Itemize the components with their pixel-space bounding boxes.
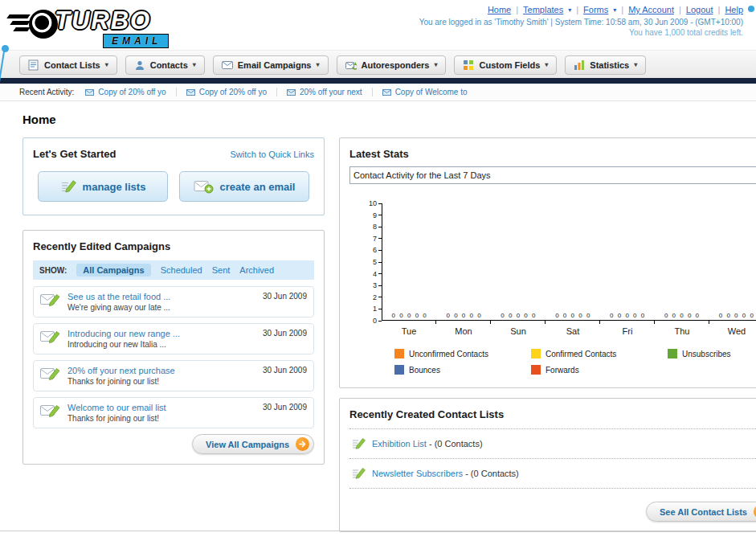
- chart-y-tick-label: 6: [373, 246, 382, 254]
- recent-activity-link[interactable]: 20% off your next: [300, 88, 362, 96]
- link-separator: |: [679, 5, 681, 14]
- legend-swatch: [668, 349, 677, 358]
- campaign-list: See us at the retail food ...We're givin…: [33, 286, 314, 428]
- switch-quick-links-link[interactable]: Switch to Quick Links: [230, 150, 314, 159]
- link-separator: |: [718, 5, 721, 14]
- manage-lists-button[interactable]: manage lists: [38, 171, 168, 202]
- pencil-list-icon: [351, 436, 366, 451]
- campaign-title-link[interactable]: 20% off your next purchase: [67, 366, 175, 375]
- chart-y-tick-label: 7: [373, 235, 382, 243]
- legend-swatch: [394, 365, 404, 375]
- campaign-title-link[interactable]: See us at the retail food ...: [67, 292, 170, 301]
- envelope-icon: [382, 89, 391, 96]
- footer-divider: [0, 531, 756, 531]
- campaign-title-link[interactable]: Introducing our new range ...: [67, 329, 180, 338]
- top-link-forms[interactable]: Forms: [583, 5, 608, 14]
- campaign-row[interactable]: Introducing our new range ...Introducing…: [33, 323, 314, 354]
- campaign-subtitle: We're giving away our late ...: [67, 303, 170, 312]
- recent-activity-item: Copy of Welcome to: [381, 88, 477, 96]
- nav-autoresponders-button[interactable]: Autoresponders▾: [337, 55, 447, 75]
- chart-value-labels: 0 0 0 0 0: [437, 312, 492, 319]
- grid-icon: [463, 59, 474, 71]
- campaign-date: 30 Jun 2009: [263, 292, 307, 301]
- contact-list-link[interactable]: Newsletter Subscribers: [372, 469, 463, 478]
- chart-zeros-row: 0 0 0 0 00 0 0 0 00 0 0 0 00 0 0 0 00 0 …: [382, 312, 756, 319]
- header-right: Home| Templates▾| Forms▾| My Account| Lo…: [419, 5, 743, 37]
- chart-y-tick-label: 10: [369, 199, 382, 207]
- chart-x-tick: [546, 321, 600, 324]
- login-info: You are logged in as 'Timothy Smith' | S…: [419, 18, 743, 27]
- main-nav: Contact Lists▾ Contacts▾ Email Campaigns…: [0, 50, 756, 78]
- recent-activity-link[interactable]: Copy of 20% off yo: [199, 88, 267, 96]
- chart-x-tick: [709, 321, 756, 324]
- legend-swatch: [531, 349, 541, 358]
- legend-item: Unconfirmed Contacts: [394, 349, 531, 358]
- chart-y-tick-label: 5: [373, 258, 382, 266]
- campaign-subtitle: Thanks for joining our list!: [67, 414, 166, 423]
- logo-speedline: [10, 21, 31, 25]
- view-all-campaigns-button[interactable]: View All Campaigns: [192, 434, 314, 454]
- logo-text: TURBO: [55, 6, 151, 35]
- nav-contacts-button[interactable]: Contacts▾: [125, 55, 205, 75]
- nav-contact-lists-button[interactable]: Contact Lists▾: [19, 55, 117, 75]
- tab-scheduled[interactable]: Scheduled: [161, 265, 202, 275]
- nav-statistics-button[interactable]: Statistics▾: [565, 55, 646, 75]
- campaign-row[interactable]: Welcome to our email listThanks for join…: [33, 397, 314, 428]
- stats-range-select[interactable]: Contact Activity for the Last 7 Days: [349, 166, 756, 184]
- recent-activity-item: Copy of 20% off yo: [185, 88, 277, 96]
- arrow-right-icon: [296, 437, 309, 451]
- contact-list-link[interactable]: Exhibition List: [372, 439, 427, 449]
- campaign-row[interactable]: 20% off your next purchaseThanks for joi…: [33, 360, 314, 391]
- chart-y-tick-label: 8: [373, 223, 382, 231]
- campaign-row[interactable]: See us at the retail food ...We're givin…: [33, 286, 314, 318]
- chart-x-tick: [655, 321, 709, 324]
- legend-item: Confirmed Contacts: [531, 349, 668, 358]
- create-email-button[interactable]: create an email: [179, 171, 309, 202]
- contact-list-icon: [28, 59, 39, 71]
- contact-list-row[interactable]: Exhibition List - (0 Contacts): [349, 429, 756, 459]
- nav-label: Autoresponders: [362, 60, 430, 70]
- chart-x-ticks: [382, 321, 756, 324]
- legend-item: Unsubscribes: [668, 349, 756, 358]
- envelope-plus-icon: [194, 179, 214, 194]
- chart-value-labels: 0 0 0 0 0: [382, 312, 437, 319]
- bar-chart-icon: [574, 59, 585, 71]
- view-all-campaigns-label: View All Campaigns: [206, 440, 289, 449]
- main-content: Home Let's Get Started Switch to Quick L…: [0, 101, 756, 532]
- chart-category-label: Sat: [546, 326, 600, 336]
- chevron-down-icon: ▾: [434, 61, 437, 68]
- envelope-icon: [287, 89, 296, 96]
- top-link-my-account[interactable]: My Account: [628, 5, 674, 14]
- recent-activity-link[interactable]: Copy of 20% off yo: [98, 88, 166, 96]
- chevron-down-icon: ▾: [316, 61, 319, 68]
- nav-email-campaigns-button[interactable]: Email Campaigns▾: [213, 55, 329, 75]
- contact-activity-chart: 012345678910 0 0 0 0 00 0 0 0 00 0 0 0 0…: [349, 203, 756, 336]
- chevron-down-icon: ▾: [193, 61, 196, 68]
- top-link-logout[interactable]: Logout: [686, 5, 713, 14]
- tab-sent[interactable]: Sent: [212, 265, 231, 275]
- see-all-contact-lists-button[interactable]: See All Contact Lists: [646, 502, 756, 522]
- legend-label: Confirmed Contacts: [546, 350, 616, 358]
- recent-activity-item: 20% off your next: [285, 88, 373, 96]
- chart-category-label: Thu: [655, 326, 709, 336]
- campaign-title-link[interactable]: Welcome to our email list: [67, 403, 166, 412]
- chart-value-labels: 0 0 0 0 0: [600, 312, 655, 319]
- recent-contact-lists-panel: Recently Created Contact Lists Exhibitio…: [339, 398, 756, 532]
- pencil-list-icon: [351, 466, 366, 481]
- logo-speedline: [6, 14, 31, 18]
- tab-all-campaigns[interactable]: All Campaigns: [76, 264, 150, 277]
- get-started-panel: Let's Get Started Switch to Quick Links …: [22, 137, 325, 215]
- link-separator: |: [576, 5, 578, 14]
- top-link-home[interactable]: Home: [488, 5, 511, 14]
- tab-archived[interactable]: Archived: [239, 265, 274, 275]
- campaign-date: 30 Jun 2009: [263, 329, 307, 338]
- page-title: Home: [22, 113, 732, 126]
- nav-custom-fields-button[interactable]: Custom Fields▾: [454, 55, 557, 75]
- top-link-templates[interactable]: Templates: [523, 5, 563, 14]
- contact-list-row[interactable]: Newsletter Subscribers - (0 Contacts): [349, 459, 756, 489]
- person-icon: [134, 59, 145, 71]
- recent-activity-link[interactable]: Copy of Welcome to: [395, 88, 468, 96]
- chart-y-axis: 012345678910: [361, 203, 382, 321]
- top-link-help[interactable]: Help: [725, 5, 743, 14]
- credits-info: You have 1,000 total credits left.: [419, 28, 743, 37]
